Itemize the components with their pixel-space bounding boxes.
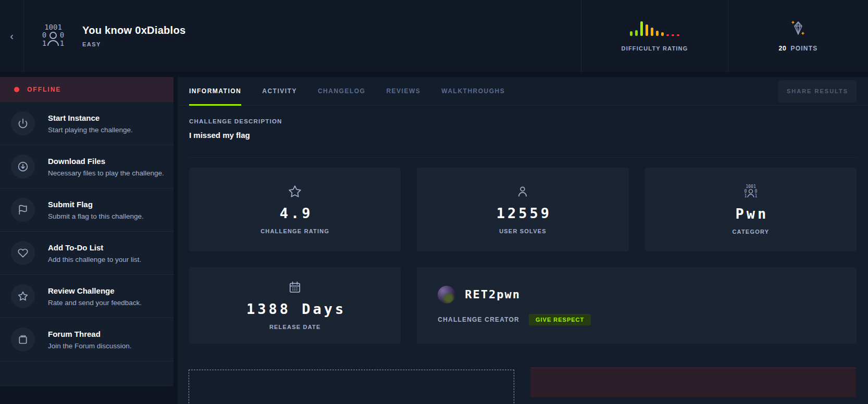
tab-changelog[interactable]: CHANGELOG [318, 77, 366, 105]
sidebar-item-subtitle: Submit a flag to this challenge. [48, 212, 144, 220]
sidebar-item-title: Start Instance [48, 113, 133, 122]
calendar-icon [288, 281, 302, 294]
sidebar-item-title: Review Challenge [48, 286, 142, 295]
difficulty-bar [640, 21, 643, 36]
gem-icon [790, 20, 806, 36]
sidebar-item-title: Forum Thread [48, 330, 132, 338]
tab-walkthroughs[interactable]: WALKTHROUGHS [441, 77, 505, 105]
status-badge: OFFLINE [0, 77, 173, 102]
release-date-value: 1388 Days [244, 301, 346, 317]
difficulty-rating-label: DIFFICULTY RATING [622, 45, 688, 52]
sidebar-item-subtitle: Start playing the challenge. [48, 126, 133, 134]
creator-avatar[interactable] [438, 286, 455, 304]
difficulty-bar [651, 28, 653, 36]
svg-text:0: 0 [744, 188, 747, 194]
difficulty-bar [661, 32, 664, 36]
star-icon [288, 185, 302, 198]
svg-text:1: 1 [754, 193, 757, 198]
star-icon [11, 284, 35, 308]
sidebar-item-add-todo[interactable]: Add To-Do List Add this challenge to you… [0, 232, 173, 275]
difficulty-bar [635, 30, 638, 36]
challenge-rating-label: CHALLENGE RATING [261, 228, 329, 234]
main-content: INFORMATION ACTIVITY CHANGELOG REVIEWS W… [178, 77, 868, 404]
sidebar-item-start-instance[interactable]: Start Instance Start playing the challen… [0, 102, 173, 145]
challenge-title-section: 1001 0 0 1 1 You know 0xDiablos EASY [24, 0, 581, 72]
sidebar-item-submit-flag[interactable]: Submit Flag Submit a flag to this challe… [0, 188, 173, 232]
sidebar-item-subtitle: Necessary files to play the challenge. [48, 169, 164, 177]
difficulty-bar [630, 31, 633, 36]
status-label: OFFLINE [27, 86, 61, 93]
heart-icon [11, 241, 35, 265]
sidebar-item-forum-thread[interactable]: Forum Thread Join the Forum discussion. [0, 318, 173, 361]
category-value: Pwn [733, 206, 768, 222]
sidebar-item-title: Add To-Do List [48, 243, 141, 252]
difficulty-rating-section: DIFFICULTY RATING [581, 0, 728, 72]
pwn-category-icon: 1001 0 0 1 1 [40, 23, 67, 48]
difficulty-bar [646, 24, 648, 36]
status-dot-icon [14, 87, 19, 92]
challenge-creator-card: RET2pwn CHALLENGE CREATOR GIVE RESPECT [417, 267, 857, 344]
svg-text:1: 1 [744, 193, 747, 198]
release-date-card: 1388 Days RELEASE DATE [189, 267, 401, 344]
sidebar-item-review-challenge[interactable]: Review Challenge Rate and send your feed… [0, 275, 173, 318]
sidebar-item-title: Download Files [48, 157, 164, 166]
dashed-placeholder-box [189, 370, 514, 404]
category-card: 1001 0 0 1 1 Pwn CATEGORY [645, 168, 857, 251]
flag-icon [11, 198, 35, 222]
difficulty-bar [666, 34, 669, 36]
points-value: 20 [779, 45, 787, 52]
give-respect-button[interactable]: GIVE RESPECT [529, 314, 591, 325]
tab-information[interactable]: INFORMATION [189, 77, 241, 105]
difficulty-bar [656, 31, 659, 36]
svg-text:0: 0 [754, 188, 757, 194]
challenge-description-block: CHALLENGE DESCRIPTION I missed my flag [189, 106, 857, 158]
power-icon [11, 111, 35, 135]
user-solves-card: 12559 USER SOLVES [417, 168, 628, 251]
sidebar: OFFLINE Start Instance Start playing the… [0, 77, 173, 386]
points-section: 20 POINTS [728, 0, 868, 72]
creator-label: CHALLENGE CREATOR [438, 316, 519, 323]
sidebar-item-title: Submit Flag [48, 200, 144, 209]
forum-icon [11, 327, 35, 351]
tab-bar: INFORMATION ACTIVITY CHANGELOG REVIEWS W… [178, 77, 868, 106]
svg-text:1001: 1001 [44, 23, 62, 31]
pwn-icon: 1001 0 0 1 1 [743, 184, 759, 199]
stats-grid: 4.9 CHALLENGE RATING 12559 USER SOLVES 1… [189, 158, 857, 344]
difficulty-bar [672, 34, 674, 36]
sidebar-item-subtitle: Add this challenge to your list. [48, 256, 141, 263]
download-icon [11, 155, 35, 179]
challenge-rating-card: 4.9 CHALLENGE RATING [189, 168, 401, 251]
points-label: POINTS [791, 45, 818, 52]
svg-text:1: 1 [42, 39, 46, 47]
release-date-label: RELEASE DATE [269, 324, 321, 330]
svg-text:0: 0 [60, 31, 64, 39]
tab-reviews[interactable]: REVIEWS [386, 77, 420, 105]
challenge-description-label: CHALLENGE DESCRIPTION [189, 118, 857, 124]
challenge-rating-value: 4.9 [277, 205, 313, 221]
user-solves-label: USER SOLVES [499, 228, 547, 234]
difficulty-bar [677, 34, 679, 36]
svg-text:1: 1 [60, 39, 64, 47]
share-results-button[interactable]: SHARE RESULTS [778, 80, 857, 103]
user-solves-value: 12559 [494, 205, 552, 221]
difficulty-badge: EASY [82, 41, 185, 47]
header: ‹ 1001 0 0 1 1 You know 0xDiablos EASY D… [0, 0, 868, 72]
tab-activity[interactable]: ACTIVITY [262, 77, 297, 105]
difficulty-chart [630, 20, 679, 36]
creator-name[interactable]: RET2pwn [465, 288, 520, 301]
sidebar-item-subtitle: Rate and send your feedback. [48, 299, 142, 307]
category-label: CATEGORY [732, 229, 769, 235]
back-button[interactable]: ‹ [0, 0, 24, 72]
challenge-description-text: I missed my flag [189, 131, 857, 140]
page-title: You know 0xDiablos [82, 24, 185, 36]
sidebar-item-download-files[interactable]: Download Files Necessary files to play t… [0, 145, 173, 188]
svg-text:0: 0 [42, 31, 46, 39]
back-chevron-icon: ‹ [10, 30, 14, 42]
red-progress-strip [530, 368, 856, 397]
user-icon [516, 185, 529, 198]
sidebar-item-subtitle: Join the Forum discussion. [48, 342, 132, 350]
